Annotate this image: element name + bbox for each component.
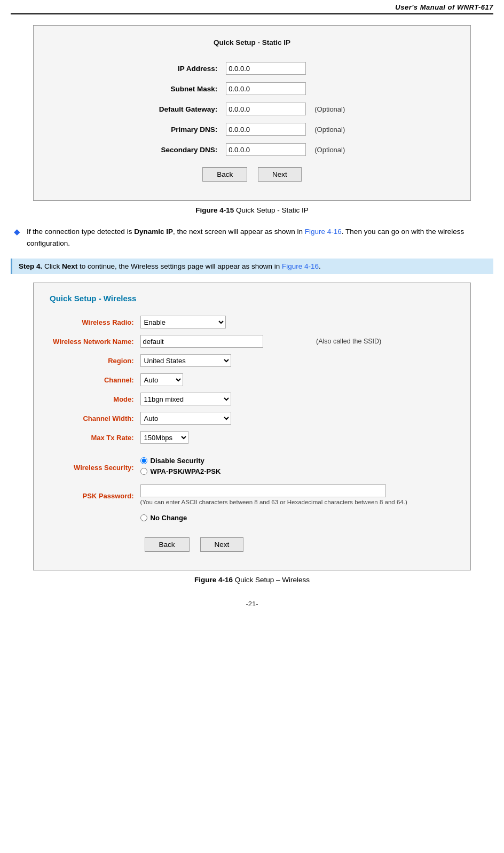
field-input-cell: [222, 79, 310, 99]
wireless-radio-row: Wireless Radio: Enable Disable: [50, 312, 411, 332]
network-name-cell: [137, 332, 313, 351]
bullet-text: If the connection type detected is Dynam…: [27, 228, 464, 247]
field-input-cell: [222, 58, 310, 79]
psk-hint: (You can enter ASCII characters between …: [140, 497, 407, 507]
figure-16-box: Quick Setup - Wireless Wireless Radio: E…: [33, 283, 471, 570]
region-label: Region:: [50, 351, 137, 370]
wireless-radio-cell: Enable Disable: [137, 312, 313, 332]
psk-password-label: PSK Password:: [50, 481, 137, 511]
mode-cell: 11bgn mixed 11bg mixed 11b only 11g only…: [137, 389, 313, 409]
figure-15-box: Quick Setup - Static IP IP Address: Subn…: [33, 25, 471, 201]
figure16-button-row: Back Next: [50, 534, 411, 555]
channel-width-cell: Auto 20MHz 40MHz: [137, 409, 313, 428]
channel-width-select[interactable]: Auto 20MHz 40MHz: [140, 412, 231, 425]
psk-password-input[interactable]: [140, 484, 386, 497]
channel-width-row: Channel Width: Auto 20MHz 40MHz: [50, 409, 411, 428]
region-cell: United States Europe Japan China Austral…: [137, 351, 313, 370]
wpa-row: WPA-PSK/WPA2-PSK: [140, 467, 407, 475]
optional-text: [310, 79, 349, 99]
static-ip-field-row: IP Address:: [155, 58, 350, 79]
network-name-row: Wireless Network Name: (Also called the …: [50, 332, 411, 351]
mode-label: Mode:: [50, 389, 137, 409]
field-input[interactable]: [226, 82, 306, 95]
wireless-radio-label: Wireless Radio:: [50, 312, 137, 332]
channel-row: Channel: Auto 1234 5678 91011: [50, 370, 411, 389]
field-label: Secondary DNS:: [155, 139, 222, 160]
field-label: Primary DNS:: [155, 119, 222, 139]
page-footer: -21-: [11, 600, 493, 608]
figure16-buttons: Back Next: [137, 534, 411, 555]
field-input[interactable]: [226, 103, 306, 115]
network-name-input[interactable]: [140, 335, 263, 348]
step-4-bar: Step 4. Click Next to continue, the Wire…: [11, 259, 493, 274]
channel-cell: Auto 1234 5678 91011: [137, 370, 313, 389]
region-select[interactable]: United States Europe Japan China Austral…: [140, 354, 231, 367]
static-ip-form: IP Address: Subnet Mask: Default Gateway…: [155, 58, 350, 185]
wpa-radio[interactable]: [140, 468, 147, 475]
optional-text: [310, 58, 349, 79]
wireless-radio-select[interactable]: Enable Disable: [140, 316, 226, 328]
max-tx-cell: 150Mbps 300Mbps: [137, 428, 313, 447]
wireless-security-cell: Disable Security WPA-PSK/WPA2-PSK: [137, 453, 411, 481]
field-input[interactable]: [226, 62, 306, 75]
wireless-security-row: Wireless Security: Disable Security WPA-…: [50, 453, 411, 481]
figure15-next-button[interactable]: Next: [258, 167, 302, 182]
static-ip-field-row: Subnet Mask:: [155, 79, 350, 99]
field-label: IP Address:: [155, 58, 222, 79]
field-input[interactable]: [226, 123, 306, 136]
psk-password-cell: (You can enter ASCII characters between …: [137, 481, 411, 511]
static-ip-field-row: Default Gateway: (Optional): [155, 99, 350, 119]
figure-4-16-link-2[interactable]: Figure 4-16: [282, 262, 319, 270]
static-ip-field-row: Primary DNS: (Optional): [155, 119, 350, 139]
no-change-radio[interactable]: [140, 514, 147, 521]
channel-select[interactable]: Auto 1234 5678 91011: [140, 373, 183, 386]
bullet-arrow-icon: ◆: [14, 227, 20, 237]
spacer-row-2: [50, 528, 411, 534]
channel-label: Channel:: [50, 370, 137, 389]
field-label: Default Gateway:: [155, 99, 222, 119]
static-ip-field-row: Secondary DNS: (Optional): [155, 139, 350, 160]
region-row: Region: United States Europe Japan China…: [50, 351, 411, 370]
optional-text: (Optional): [310, 119, 349, 139]
disable-security-label: Disable Security: [151, 457, 204, 465]
field-input-cell: [222, 99, 310, 119]
mode-select[interactable]: 11bgn mixed 11bg mixed 11b only 11g only…: [140, 393, 231, 405]
channel-width-label: Channel Width:: [50, 409, 137, 428]
header-title: User's Manual of WNRT-617: [395, 3, 493, 11]
no-change-row: No Change: [50, 511, 411, 528]
max-tx-label: Max Tx Rate:: [50, 428, 137, 447]
figure15-back-button[interactable]: Back: [202, 167, 247, 182]
figure-4-16-link-1[interactable]: Figure 4-16: [305, 228, 342, 236]
disable-security-radio[interactable]: [140, 457, 147, 464]
field-label: Subnet Mask:: [155, 79, 222, 99]
no-change-cell: No Change: [137, 511, 411, 528]
max-tx-select[interactable]: 150Mbps 300Mbps: [140, 431, 188, 444]
optional-text: (Optional): [310, 139, 349, 160]
figure-16-title: Quick Setup - Wireless: [50, 294, 454, 303]
figure-16-caption: Figure 4-16 Quick Setup – Wireless: [11, 576, 493, 584]
mode-row: Mode: 11bgn mixed 11bg mixed 11b only 11…: [50, 389, 411, 409]
figure16-next-button[interactable]: Next: [200, 537, 244, 552]
wpa-label: WPA-PSK/WPA2-PSK: [151, 467, 221, 475]
field-input-cell: [222, 139, 310, 160]
footer-text: -21-: [246, 600, 258, 608]
bullet-section: ◆ If the connection type detected is Dyn…: [11, 226, 493, 249]
disable-security-row: Disable Security: [140, 457, 407, 465]
wireless-security-label: Wireless Security:: [50, 453, 137, 481]
no-change-label: No Change: [151, 514, 187, 522]
wireless-form: Wireless Radio: Enable Disable Wireless …: [50, 312, 411, 555]
figure-15-caption: Figure 4-15 Quick Setup - Static IP: [11, 206, 493, 214]
network-name-label: Wireless Network Name:: [50, 332, 137, 351]
psk-password-row: PSK Password: (You can enter ASCII chara…: [50, 481, 411, 511]
max-tx-row: Max Tx Rate: 150Mbps 300Mbps: [50, 428, 411, 447]
figure16-back-button[interactable]: Back: [145, 537, 190, 552]
field-input[interactable]: [226, 143, 306, 156]
optional-text: (Optional): [310, 99, 349, 119]
ssid-note: (Also called the SSID): [313, 332, 411, 351]
no-change-radio-row: No Change: [140, 514, 407, 522]
figure-15-title: Quick Setup - Static IP: [55, 38, 449, 46]
field-input-cell: [222, 119, 310, 139]
page-header: User's Manual of WNRT-617: [11, 0, 493, 14]
spacer-row: [50, 447, 411, 453]
